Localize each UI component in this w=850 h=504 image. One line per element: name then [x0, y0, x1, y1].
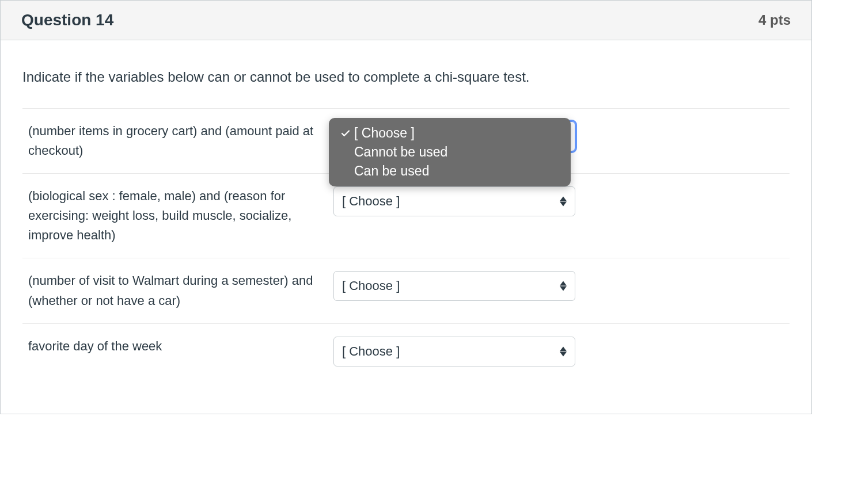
dropdown-option-cannot[interactable]: Cannot be used	[329, 143, 571, 162]
select-value: [ Choose ]	[342, 194, 400, 209]
question-container: Question 14 4 pts Indicate if the variab…	[0, 0, 812, 414]
match-select-wrap: [ Choose ]	[333, 186, 575, 216]
check-icon	[339, 128, 352, 139]
match-label: (number items in grocery cart) and (amou…	[28, 121, 333, 161]
updown-icon	[560, 197, 567, 207]
dropdown-menu: [ Choose ] Cannot be used Can be used	[329, 118, 571, 186]
match-label: favorite day of the week	[28, 337, 333, 356]
answer-select[interactable]: [ Choose ]	[333, 186, 575, 216]
dropdown-option-label: Cannot be used	[354, 144, 447, 160]
question-body: Indicate if the variables below can or c…	[1, 40, 811, 414]
match-select-wrap: [ Choose ]	[333, 337, 575, 366]
answer-select[interactable]: [ Choose ]	[333, 271, 575, 301]
dropdown-option-label: [ Choose ]	[354, 125, 415, 141]
match-row: (number items in grocery cart) and (amou…	[22, 108, 790, 173]
question-points: 4 pts	[758, 12, 791, 28]
question-prompt: Indicate if the variables below can or c…	[22, 69, 790, 85]
dropdown-option-label: Can be used	[354, 163, 429, 179]
match-row: (number of visit to Walmart during a sem…	[22, 258, 790, 323]
updown-icon	[560, 346, 567, 356]
match-select-wrap: [ Choose ]	[333, 271, 575, 301]
dropdown-option-choose[interactable]: [ Choose ]	[329, 124, 571, 143]
updown-icon	[560, 281, 567, 291]
match-row: favorite day of the week [ Choose ]	[22, 323, 790, 379]
question-title: Question 14	[21, 11, 113, 29]
dropdown-option-can[interactable]: Can be used	[329, 162, 571, 181]
select-value: [ Choose ]	[342, 344, 400, 359]
answer-select[interactable]: [ Choose ]	[333, 337, 575, 366]
match-label: (biological sex : female, male) and (rea…	[28, 186, 333, 245]
match-select-wrap: [ Choose ] [ Choose ]	[333, 121, 575, 151]
match-label: (number of visit to Walmart during a sem…	[28, 271, 333, 310]
select-value: [ Choose ]	[342, 278, 400, 293]
question-header: Question 14 4 pts	[1, 1, 811, 40]
